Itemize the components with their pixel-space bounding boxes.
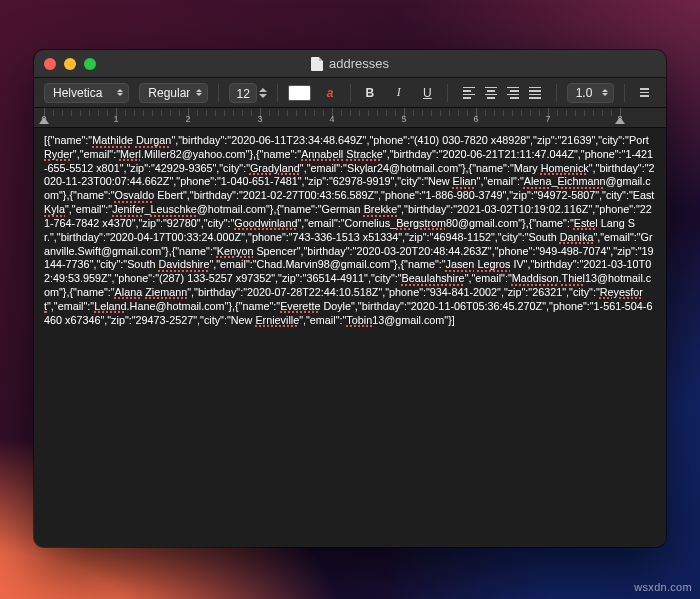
ruler-label: 3 xyxy=(257,114,262,124)
ruler-label: 1 xyxy=(113,114,118,124)
italic-button[interactable]: I xyxy=(389,83,408,103)
align-center-button[interactable] xyxy=(480,83,502,103)
ruler[interactable]: 012345678 xyxy=(34,108,666,128)
font-size-stepper[interactable]: 12 xyxy=(229,83,267,103)
stepper-buttons[interactable] xyxy=(259,88,267,98)
separator xyxy=(447,84,448,102)
font-family-select[interactable]: Helvetica xyxy=(44,83,129,103)
ruler-label: 4 xyxy=(329,114,334,124)
zoom-icon[interactable] xyxy=(84,58,96,70)
separator xyxy=(350,84,351,102)
font-weight-value: Regular xyxy=(148,86,190,100)
align-left-button[interactable] xyxy=(458,83,480,103)
line-spacing-value: 1.0 xyxy=(576,86,593,100)
indent-marker-right[interactable] xyxy=(615,117,625,124)
document-icon xyxy=(311,57,323,71)
ruler-label: 5 xyxy=(401,114,406,124)
ruler-label: 6 xyxy=(473,114,478,124)
watermark: wsxdn.com xyxy=(634,581,692,593)
list-style-button[interactable] xyxy=(635,83,656,103)
close-icon[interactable] xyxy=(44,58,56,70)
separator xyxy=(624,84,625,102)
window-title-text: addresses xyxy=(329,56,389,71)
chevron-updown-icon xyxy=(117,89,123,96)
alignment-group xyxy=(458,83,546,103)
format-toolbar: Helvetica Regular 12 a B I U 1.0 xyxy=(34,78,666,108)
font-weight-select[interactable]: Regular xyxy=(139,83,208,103)
styles-button[interactable]: a xyxy=(321,83,340,103)
font-family-value: Helvetica xyxy=(53,86,102,100)
align-right-button[interactable] xyxy=(502,83,524,103)
indent-marker-left[interactable] xyxy=(39,117,49,124)
text-color-swatch[interactable] xyxy=(288,85,311,101)
ruler-label: 7 xyxy=(545,114,550,124)
ruler-label: 2 xyxy=(185,114,190,124)
chevron-updown-icon xyxy=(602,89,608,96)
align-justify-button[interactable] xyxy=(524,83,546,103)
separator xyxy=(218,84,219,102)
font-size-value[interactable]: 12 xyxy=(229,83,257,103)
document-area[interactable]: [{"name":"Mathilde Durgan","birthday":"2… xyxy=(34,128,666,547)
separator xyxy=(556,84,557,102)
traffic-lights xyxy=(44,58,96,70)
titlebar: addresses xyxy=(34,50,666,78)
chevron-updown-icon xyxy=(196,89,202,96)
underline-button[interactable]: U xyxy=(418,83,437,103)
app-window: addresses Helvetica Regular 12 a B I U xyxy=(34,50,666,547)
window-title: addresses xyxy=(34,56,666,71)
document-text[interactable]: [{"name":"Mathilde Durgan","birthday":"2… xyxy=(44,134,656,327)
line-spacing-select[interactable]: 1.0 xyxy=(567,83,615,103)
bold-button[interactable]: B xyxy=(361,83,380,103)
minimize-icon[interactable] xyxy=(64,58,76,70)
separator xyxy=(277,84,278,102)
